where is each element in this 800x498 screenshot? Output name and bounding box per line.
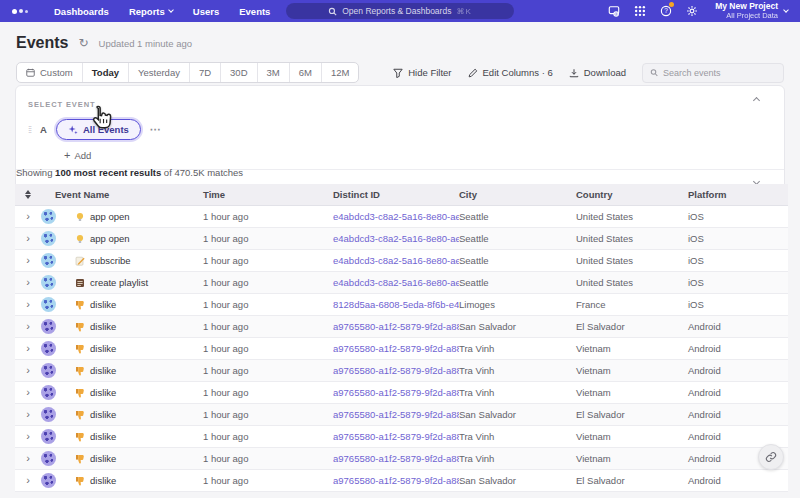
- nav-item-reports[interactable]: Reports: [129, 6, 173, 17]
- apps-grid-icon[interactable]: [633, 4, 646, 17]
- table-body: › app open 1 hour ago e4abdcd3-c8a2-5a16…: [15, 206, 788, 492]
- event-name: dislike: [90, 453, 116, 464]
- results-summary: Showing 100 most recent results of 470.5…: [16, 167, 243, 178]
- column-header-event-name[interactable]: Event Name: [41, 189, 203, 200]
- help-icon[interactable]: ?: [659, 4, 672, 17]
- date-range-30d[interactable]: 30D: [221, 63, 257, 82]
- date-range-3m[interactable]: 3M: [258, 63, 290, 82]
- distinct-id-link[interactable]: e4abdcd3-c8a2-5a16-8e80-ae1cd...: [333, 255, 459, 266]
- table-row: › dislike 1 hour ago a9765580-a1f2-5879-…: [15, 382, 788, 404]
- user-avatar[interactable]: [41, 341, 56, 356]
- date-range-label: 6M: [299, 67, 312, 78]
- edit-columns-button[interactable]: Edit Columns · 6: [468, 67, 553, 78]
- user-avatar[interactable]: [41, 275, 56, 290]
- table-row: › subscribe 1 hour ago e4abdcd3-c8a2-5a1…: [15, 250, 788, 272]
- event-name: dislike: [90, 475, 116, 486]
- row-expand-chevron[interactable]: ›: [26, 277, 30, 288]
- event-selector-button[interactable]: All Events: [56, 119, 141, 140]
- user-avatar[interactable]: [41, 231, 56, 246]
- user-avatar[interactable]: [41, 429, 56, 444]
- drag-handle-icon[interactable]: ⁞⁞: [28, 125, 31, 135]
- project-switcher[interactable]: My New Project All Project Data: [711, 2, 788, 20]
- user-avatar[interactable]: [41, 451, 56, 466]
- date-range-today[interactable]: Today: [83, 63, 129, 82]
- copy-link-button[interactable]: [758, 444, 784, 470]
- user-avatar[interactable]: [41, 473, 56, 488]
- page-title: Events: [16, 34, 68, 52]
- user-avatar[interactable]: [41, 385, 56, 400]
- table-row: › dislike 1 hour ago 8128d5aa-6808-5eda-…: [15, 294, 788, 316]
- settings-gear-icon[interactable]: [685, 4, 698, 17]
- chevron-down-icon: [783, 7, 789, 13]
- data-management-icon[interactable]: [607, 4, 620, 17]
- distinct-id-link[interactable]: a9765580-a1f2-5879-9f2d-a884fd...: [333, 321, 459, 332]
- nav-item-dashboards[interactable]: Dashboards: [54, 6, 109, 17]
- user-avatar[interactable]: [41, 209, 56, 224]
- refresh-icon[interactable]: ↻: [78, 36, 88, 50]
- row-expand-chevron[interactable]: ›: [26, 255, 30, 266]
- user-avatar[interactable]: [41, 319, 56, 334]
- row-expand-chevron[interactable]: ›: [26, 211, 30, 222]
- column-header-city[interactable]: City: [459, 189, 576, 200]
- column-header-platform[interactable]: Platform: [688, 189, 788, 200]
- user-avatar[interactable]: [41, 407, 56, 422]
- table-row: › app open 1 hour ago e4abdcd3-c8a2-5a16…: [15, 228, 788, 250]
- date-range-12m[interactable]: 12M: [322, 63, 358, 82]
- mixpanel-logo-icon[interactable]: [12, 9, 28, 14]
- date-range-label: Custom: [40, 67, 73, 78]
- distinct-id-link[interactable]: a9765580-a1f2-5879-9f2d-a884fd...: [333, 387, 459, 398]
- date-range-label: 3M: [267, 67, 280, 78]
- project-scope: All Project Data: [715, 12, 778, 21]
- distinct-id-link[interactable]: e4abdcd3-c8a2-5a16-8e80-ae1cd...: [333, 233, 459, 244]
- more-options-button[interactable]: ⋯: [150, 123, 162, 136]
- row-expand-chevron[interactable]: ›: [26, 299, 30, 310]
- nav-item-label: Users: [193, 6, 219, 17]
- row-expand-chevron[interactable]: ›: [26, 431, 30, 442]
- sort-icon[interactable]: [25, 190, 31, 199]
- distinct-id-link[interactable]: e4abdcd3-c8a2-5a16-8e80-ae1cd...: [333, 277, 459, 288]
- row-expand-chevron[interactable]: ›: [26, 409, 30, 420]
- distinct-id-link[interactable]: a9765580-a1f2-5879-9f2d-a884fd...: [333, 409, 459, 420]
- download-button[interactable]: Download: [569, 67, 626, 78]
- collapse-section-button[interactable]: [750, 93, 762, 105]
- column-header-country[interactable]: Country: [576, 189, 688, 200]
- distinct-id-link[interactable]: 8128d5aa-6808-5eda-8f6b-e4a46...: [333, 299, 459, 310]
- calendar-icon: [26, 68, 35, 77]
- user-avatar[interactable]: [41, 253, 56, 268]
- row-expand-chevron[interactable]: ›: [26, 343, 30, 354]
- user-avatar[interactable]: [41, 363, 56, 378]
- add-event-button[interactable]: + Add: [64, 149, 91, 161]
- row-expand-chevron[interactable]: ›: [26, 321, 30, 332]
- date-range-7d[interactable]: 7D: [190, 63, 221, 82]
- hide-filter-label: Hide Filter: [408, 67, 451, 78]
- event-time: 1 hour ago: [203, 233, 333, 244]
- column-header-distinct-id[interactable]: Distinct ID: [333, 189, 459, 200]
- column-header-time[interactable]: Time: [203, 189, 333, 200]
- distinct-id-link[interactable]: a9765580-a1f2-5879-9f2d-a884fd...: [333, 475, 459, 486]
- distinct-id-link[interactable]: a9765580-a1f2-5879-9f2d-a884fd...: [333, 343, 459, 354]
- distinct-id-link[interactable]: e4abdcd3-c8a2-5a16-8e80-ae1cd...: [333, 211, 459, 222]
- row-expand-chevron[interactable]: ›: [26, 365, 30, 376]
- date-range-6m[interactable]: 6M: [290, 63, 322, 82]
- distinct-id-link[interactable]: a9765580-a1f2-5879-9f2d-a884fd...: [333, 431, 459, 442]
- nav-item-events[interactable]: Events: [239, 6, 270, 17]
- date-range-yesterday[interactable]: Yesterday: [129, 63, 190, 82]
- event-country: United States: [576, 277, 688, 288]
- date-range-custom[interactable]: Custom: [17, 63, 83, 82]
- nav-item-users[interactable]: Users: [193, 6, 219, 17]
- hide-filter-button[interactable]: Hide Filter: [393, 67, 451, 78]
- row-expand-chevron[interactable]: ›: [26, 233, 30, 244]
- row-expand-chevron[interactable]: ›: [26, 475, 30, 486]
- distinct-id-link[interactable]: a9765580-a1f2-5879-9f2d-a884fd...: [333, 365, 459, 376]
- thumbs-down-icon: [75, 300, 85, 310]
- event-city: Limoges: [459, 299, 576, 310]
- global-search-button[interactable]: Open Reports & Dashboards ⌘K: [286, 3, 514, 19]
- distinct-id-link[interactable]: a9765580-a1f2-5879-9f2d-a884fd...: [333, 453, 459, 464]
- event-name: dislike: [90, 387, 116, 398]
- user-avatar[interactable]: [41, 297, 56, 312]
- row-expand-chevron[interactable]: ›: [26, 387, 30, 398]
- events-search-input[interactable]: [663, 68, 776, 78]
- event-time: 1 hour ago: [203, 255, 333, 266]
- row-expand-chevron[interactable]: ›: [26, 453, 30, 464]
- event-selector-label: All Events: [83, 124, 129, 135]
